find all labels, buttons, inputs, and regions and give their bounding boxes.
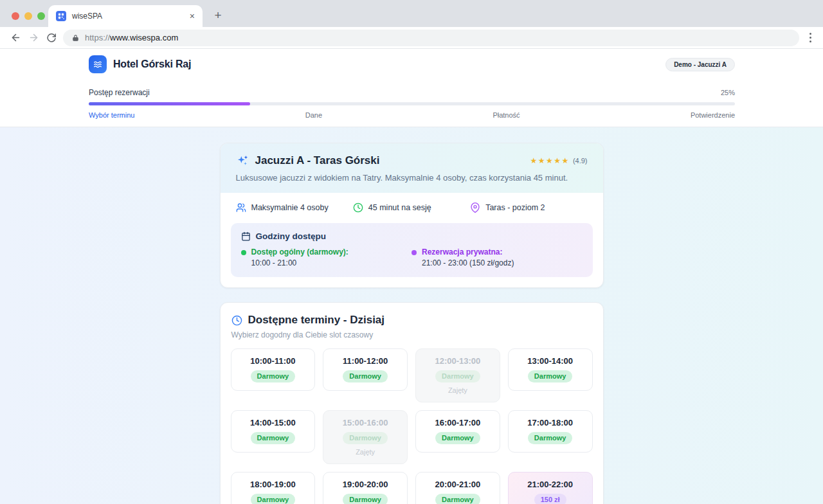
calendar-icon <box>241 231 251 241</box>
progress-percent: 25% <box>721 89 735 96</box>
close-window-button[interactable] <box>12 12 19 20</box>
feature-duration-label: 45 minut na sesję <box>368 203 431 212</box>
progress-bar <box>89 102 735 105</box>
progress-steps: Wybór terminu Dane Płatność Potwierdzeni… <box>89 111 735 127</box>
feature-location-label: Taras - poziom 2 <box>485 203 545 212</box>
star-rating-icons: ★★★★★ <box>530 156 570 165</box>
time-slot-16-17[interactable]: 16:00-17:00 Darmowy <box>415 410 500 453</box>
time-slot-19-20[interactable]: 19:00-20:00 Darmowy <box>323 472 408 504</box>
slot-time: 15:00-16:00 <box>327 418 403 428</box>
step-dane: Dane <box>305 111 322 119</box>
slots-section-subtitle: Wybierz dogodny dla Ciebie slot czasowy <box>231 330 592 339</box>
rating-value: (4.9) <box>573 157 588 165</box>
slot-time: 21:00-22:00 <box>512 480 588 489</box>
slot-time: 11:00-12:00 <box>327 356 403 366</box>
lock-icon <box>72 34 79 42</box>
clock-icon <box>353 203 363 213</box>
users-icon <box>236 203 246 213</box>
hotel-name: Hotel Górski Raj <box>113 59 191 70</box>
slot-time: 20:00-21:00 <box>420 480 496 489</box>
slot-time: 18:00-19:00 <box>235 480 311 489</box>
minimize-window-button[interactable] <box>24 12 32 20</box>
slot-price-badge: Darmowy <box>435 370 480 382</box>
browser-tab-strip: wiseSPA × + <box>0 0 823 27</box>
slot-price-badge: Darmowy <box>528 370 573 382</box>
time-slot-17-18[interactable]: 17:00-18:00 Darmowy <box>508 410 593 453</box>
slot-price-badge: Darmowy <box>343 432 388 444</box>
map-pin-icon <box>470 203 480 213</box>
slot-occupied-note: Zajęty <box>420 386 496 394</box>
time-slot-12-13: 12:00-13:00 Darmowy Zajęty <box>415 348 500 402</box>
booking-progress-section: Postęp rezerwacji 25% Wybór terminu Dane… <box>0 80 823 127</box>
available-slots-card: Dostępne terminy - Dzisiaj Wybierz dogod… <box>220 302 604 504</box>
private-access: Rezerwacja prywatna: 21:00 - 23:00 (150 … <box>412 248 583 267</box>
demo-badge: Demo - Jacuzzi A <box>665 58 735 71</box>
slots-section-title: Dostępne terminy - Dzisiaj <box>248 314 385 327</box>
venue-card-header: Jacuzzi A - Taras Górski ★★★★★ (4.9) Luk… <box>221 143 603 193</box>
back-icon[interactable] <box>6 29 24 47</box>
private-access-hours: 21:00 - 23:00 (150 zł/godz) <box>422 258 514 267</box>
slot-price-badge: Darmowy <box>528 432 573 444</box>
access-hours-title: Godziny dostępu <box>256 231 327 241</box>
url-scheme: https:// <box>85 33 110 42</box>
private-access-label: Rezerwacja prywatna: <box>422 248 514 256</box>
slot-price-badge: 150 zł <box>534 494 566 504</box>
window-controls <box>12 12 45 20</box>
time-slot-10-11[interactable]: 10:00-11:00 Darmowy <box>231 348 316 391</box>
slot-time: 19:00-20:00 <box>327 480 403 489</box>
time-slot-20-21[interactable]: 20:00-21:00 Darmowy <box>415 472 500 504</box>
slot-time: 16:00-17:00 <box>420 418 496 428</box>
time-slot-21-22[interactable]: 21:00-22:00 150 zł <box>508 472 593 504</box>
site-favicon-icon <box>56 11 66 21</box>
green-dot-icon <box>241 250 246 255</box>
slot-price-badge: Darmowy <box>343 370 388 382</box>
url-host: www.wisespa.com <box>110 33 178 42</box>
forward-icon[interactable] <box>24 29 42 47</box>
sparkles-icon <box>236 154 249 167</box>
slot-price-badge: Darmowy <box>435 432 480 444</box>
slot-price-badge: Darmowy <box>435 494 480 504</box>
slot-time: 17:00-18:00 <box>512 418 588 428</box>
time-slot-15-16: 15:00-16:00 Darmowy Zajęty <box>323 410 408 464</box>
hotel-logo-icon <box>89 55 107 73</box>
refresh-icon[interactable] <box>42 29 60 47</box>
slot-price-badge: Darmowy <box>251 494 296 504</box>
access-hours-box: Godziny dostępu Dostęp ogólny (darmowy):… <box>231 223 593 277</box>
feature-location: Taras - poziom 2 <box>470 203 587 213</box>
zoom-window-button[interactable] <box>37 12 45 20</box>
browser-toolbar: https://www.wisespa.com <box>0 27 823 49</box>
browser-menu-icon[interactable] <box>804 33 817 42</box>
progress-label: Postęp rezerwacji <box>89 88 150 97</box>
time-slot-18-19[interactable]: 18:00-19:00 Darmowy <box>231 472 316 504</box>
browser-tab[interactable]: wiseSPA × <box>48 5 203 27</box>
purple-dot-icon <box>412 250 417 255</box>
feature-duration: 45 minut na sesję <box>353 203 470 213</box>
venue-card: Jacuzzi A - Taras Górski ★★★★★ (4.9) Luk… <box>220 143 604 288</box>
slot-time: 14:00-15:00 <box>235 418 311 428</box>
venue-features: Maksymalnie 4 osoby 45 minut na sesję Ta… <box>221 193 603 221</box>
time-slot-14-15[interactable]: 14:00-15:00 Darmowy <box>231 410 316 453</box>
slot-time: 13:00-14:00 <box>512 356 588 366</box>
general-access: Dostęp ogólny (darmowy): 10:00 - 21:00 <box>241 248 412 267</box>
slot-price-badge: Darmowy <box>251 432 296 444</box>
clock-info-icon <box>231 315 242 326</box>
step-wybor-terminu: Wybór terminu <box>89 111 134 119</box>
time-slot-13-14[interactable]: 13:00-14:00 Darmowy <box>508 348 593 391</box>
feature-capacity-label: Maksymalnie 4 osoby <box>251 203 329 212</box>
page-body: Jacuzzi A - Taras Górski ★★★★★ (4.9) Luk… <box>0 127 823 504</box>
close-tab-icon[interactable]: × <box>190 12 195 21</box>
venue-title: Jacuzzi A - Taras Górski <box>255 154 380 167</box>
slot-price-badge: Darmowy <box>343 494 388 504</box>
feature-capacity: Maksymalnie 4 osoby <box>236 203 353 213</box>
tab-title: wiseSPA <box>72 12 184 21</box>
step-potwierdzenie: Potwierdzenie <box>691 111 735 119</box>
slot-price-badge: Darmowy <box>251 370 296 382</box>
venue-description: Luksusowe jacuzzi z widokiem na Tatry. M… <box>236 173 588 183</box>
url-bar[interactable]: https://www.wisespa.com <box>63 30 799 46</box>
site-header: Hotel Górski Raj Demo - Jacuzzi A <box>0 49 823 80</box>
step-platnosc: Płatność <box>493 111 520 119</box>
new-tab-button[interactable]: + <box>209 6 227 24</box>
general-access-hours: 10:00 - 21:00 <box>251 258 348 267</box>
time-slot-11-12[interactable]: 11:00-12:00 Darmowy <box>323 348 408 391</box>
slot-occupied-note: Zajęty <box>327 448 403 456</box>
